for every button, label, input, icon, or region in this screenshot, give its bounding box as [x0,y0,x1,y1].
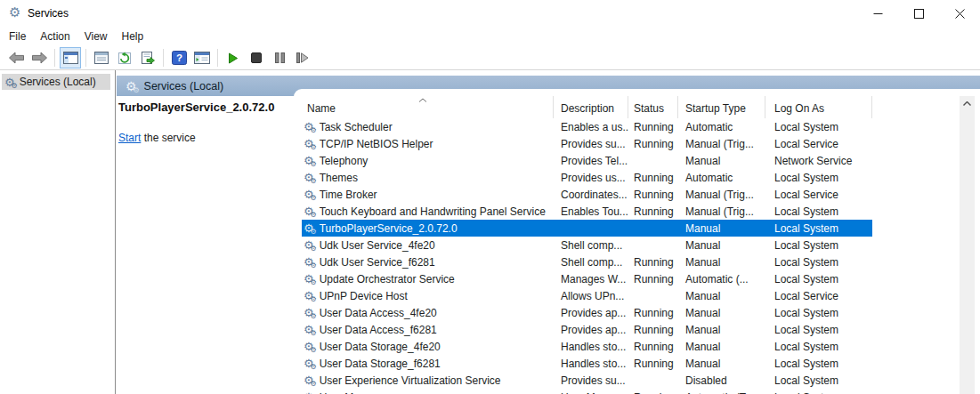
service-rows: ⚙⚙Task SchedulerEnables a us...RunningAu… [302,118,872,394]
table-row[interactable]: ⚙⚙Touch Keyboard and Handwriting Panel S… [302,203,872,220]
help-button[interactable]: ? [168,47,190,68]
table-row[interactable]: ⚙⚙User Data Storage_f6281Handles sto...R… [302,355,872,372]
cell-desc: Coordinates... [554,189,628,201]
stop-service-icon [251,52,262,63]
services-window: ⚙ Services File Action View Help [0,0,980,394]
minimize-button[interactable] [857,0,898,27]
toolbar-separator [163,49,164,67]
menu-help[interactable]: Help [115,28,151,45]
column-header-status[interactable]: Status [628,96,678,118]
start-service-button[interactable] [223,47,244,68]
column-header-log-on-as[interactable]: Log On As [765,96,872,118]
column-header-description[interactable]: Description [554,96,628,118]
cell-startup: Manual [678,256,765,269]
cell-name: ⚙⚙Touch Keyboard and Handwriting Panel S… [302,205,554,218]
service-gear-icon: ⚙⚙ [304,205,314,217]
pause-service-icon [275,52,285,63]
service-gear-small-icon: ⚙ [310,229,316,235]
service-name: User Data Storage_f6281 [320,358,441,370]
service-gear-icon: ⚙⚙ [304,138,314,149]
cell-status: Running [628,138,678,150]
table-row[interactable]: ⚙⚙ThemesProvides us...RunningAutomaticLo… [302,169,872,186]
cell-status: Running [628,172,678,184]
forward-button[interactable] [28,47,50,68]
cell-logon: Local System [765,358,872,370]
cell-status: Running [628,307,678,319]
scroll-up-icon [963,101,971,106]
vertical-scrollbar[interactable] [960,96,975,394]
restart-service-button[interactable] [292,47,313,68]
table-row[interactable]: ⚙⚙Udk User Service_f6281Shell comp...Run… [302,253,872,270]
service-name: User Manager [320,391,387,394]
refresh-button[interactable] [114,47,135,68]
start-service-link[interactable]: Start [118,132,141,144]
maximize-icon [914,9,924,19]
table-row[interactable]: ⚙⚙Update Orchestrator ServiceManages W..… [302,270,872,287]
band-gear-small-icon: ⚙ [133,87,139,94]
service-gear-icon: ⚙⚙ [304,290,314,302]
window-title: Services [28,7,69,20]
show-console-tree-button[interactable] [60,47,81,68]
table-row[interactable]: ⚙⚙TelephonyProvides Tel...ManualNetwork … [302,152,872,169]
cell-logon: Local Service [765,189,872,201]
table-row[interactable]: ⚙⚙Task SchedulerEnables a us...RunningAu… [302,118,872,135]
close-icon [955,9,965,19]
table-header: Name Description Status Startup Type Log… [302,96,872,118]
column-header-startup-type[interactable]: Startup Type [678,96,765,118]
service-gear-icon: ⚙⚙ [304,341,314,352]
cell-startup: Manual (Trig... [678,189,765,201]
back-button[interactable] [5,47,27,68]
cell-desc: Provides ap... [554,324,628,336]
close-button[interactable] [939,0,980,27]
service-gear-small-icon: ⚙ [310,279,316,285]
table-row[interactable]: ⚙⚙User Data Access_4fe20Provides ap...Ru… [302,304,872,321]
table-row[interactable]: ⚙⚙Udk User Service_4fe20Shell comp...Man… [302,237,872,253]
console-tree-pane: ⚙⚙ Services (Local) [0,70,116,394]
cell-desc: Enables Tou... [554,205,628,218]
menu-file[interactable]: File [2,28,33,45]
service-gear-small-icon: ⚙ [310,296,316,302]
maximize-button[interactable] [898,0,939,27]
table-row[interactable]: ⚙⚙User ManagerUser Manag...RunningAutoma… [302,389,872,394]
table-row[interactable]: ⚙⚙TurboPlayerService_2.0.72.0ManualLocal… [302,220,872,237]
cell-desc: Enables a us... [554,121,628,133]
service-name: UPnP Device Host [320,290,408,302]
services-app-icon: ⚙ [9,5,20,19]
cell-desc: Provides Tel... [554,155,628,167]
cell-startup: Disabled [678,374,765,387]
table-row[interactable]: ⚙⚙TCP/IP NetBIOS HelperProvides su...Run… [302,135,872,152]
export-list-button[interactable] [137,47,158,68]
column-header-name[interactable]: Name [302,96,554,118]
cell-logon: Local System [765,341,872,353]
table-row[interactable]: ⚙⚙Time BrokerCoordinates...RunningManual… [302,186,872,203]
scroll-up-button[interactable] [960,96,975,111]
properties-button[interactable] [91,47,112,68]
cell-name: ⚙⚙User Data Storage_4fe20 [302,341,554,353]
table-row[interactable]: ⚙⚙UPnP Device HostAllows UPn...ManualLoc… [302,287,872,304]
sort-ascending-icon [418,98,427,102]
tree-item-services-local[interactable]: ⚙⚙ Services (Local) [2,74,110,90]
cell-startup: Manual [678,307,765,319]
cell-name: ⚙⚙Time Broker [302,189,554,201]
menu-view[interactable]: View [77,28,115,45]
pause-service-button[interactable] [269,47,290,68]
stop-service-button[interactable] [246,47,267,68]
table-row[interactable]: ⚙⚙User Data Storage_4fe20Handles sto...R… [302,338,872,355]
cell-logon: Local System [765,172,872,184]
cell-logon: Local System [765,222,872,235]
service-name: Update Orchestrator Service [320,273,455,285]
table-row[interactable]: ⚙⚙User Data Access_f6281Provides ap...Ru… [302,321,872,338]
cell-name: ⚙⚙User Data Access_4fe20 [302,307,554,319]
column-header-label: Status [634,102,664,115]
cell-desc: Provides su... [554,138,628,150]
column-header-label: Log On As [774,102,824,115]
cell-status: Running [628,256,678,269]
menu-action[interactable]: Action [33,28,77,45]
cell-desc: Shell comp... [554,239,628,252]
cell-status: Running [628,273,678,285]
back-icon [8,52,25,64]
extended-standard-view-button[interactable] [191,47,213,68]
cell-logon: Local Service [765,138,872,150]
service-gear-small-icon: ⚙ [310,245,316,252]
table-row[interactable]: ⚙⚙User Experience Virtualization Service… [302,372,872,389]
